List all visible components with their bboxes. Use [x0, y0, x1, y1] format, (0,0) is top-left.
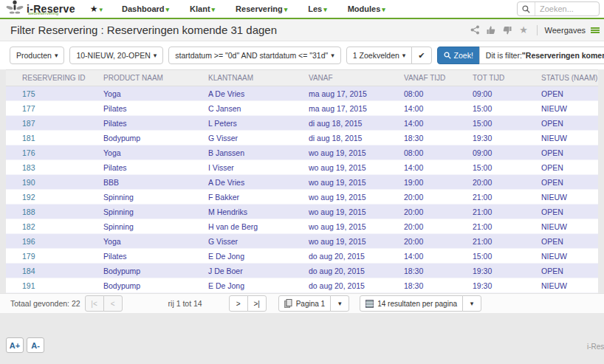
cell-vanaf: wo aug 19, 2015 — [303, 234, 398, 249]
table-row[interactable]: 176YogaB Janssenwo aug 19, 201508:0009:0… — [6, 145, 598, 160]
caret-down-icon: ▾ — [212, 6, 216, 13]
last-page-button[interactable]: >| — [247, 295, 267, 312]
cell-id[interactable]: 177 — [6, 101, 97, 116]
cell-vanaf_tijd: 19:00 — [398, 175, 467, 190]
page-select-button[interactable]: Pagina 1 — [278, 295, 331, 312]
table-row[interactable]: 182SpinningH van de Bergwo aug 19, 20152… — [6, 219, 598, 234]
cell-product: Bodypump — [97, 264, 202, 278]
header-vanaf-tijd[interactable]: VANAF TIJD — [398, 70, 467, 86]
cell-vanaf_tijd: 08:00 — [398, 86, 467, 101]
cell-id[interactable]: 176 — [6, 145, 97, 160]
page-select-caret[interactable]: ▾ — [330, 295, 349, 312]
apply-check-button[interactable]: ✔ — [411, 47, 431, 64]
cell-id[interactable]: 183 — [6, 160, 97, 175]
caret-down-icon: ▾ — [470, 300, 474, 307]
cell-id[interactable]: 181 — [6, 131, 97, 145]
menu-item-klant[interactable]: Klant▾ — [190, 4, 215, 13]
cell-id[interactable]: 188 — [6, 205, 97, 219]
prev-group: |< < — [85, 295, 123, 312]
table-row[interactable]: 190BBBA De Vrieswo aug 19, 201519:0020:0… — [6, 175, 598, 190]
zoek-button[interactable]: Zoek! — [437, 47, 480, 64]
cell-id[interactable]: 190 — [6, 175, 97, 190]
cell-status: OPEN — [535, 145, 598, 160]
weergaves-button[interactable]: Weergaves — [545, 26, 586, 35]
prev-page-button[interactable]: < — [103, 295, 123, 312]
producten-dropdown[interactable]: Producten▾ — [10, 47, 64, 64]
table-row[interactable]: 179PilatesE De Jongdo aug 20, 201514:001… — [6, 249, 598, 264]
caret-down-icon: ▾ — [402, 52, 406, 59]
cell-id[interactable]: 196 — [6, 234, 97, 249]
cell-product: Spinning — [97, 219, 202, 234]
cell-vanaf: wo aug 19, 2015 — [303, 205, 398, 219]
cell-id[interactable]: 187 — [6, 116, 97, 131]
page-select-group: Pagina 1 ▾ — [278, 295, 349, 312]
header-product-naam[interactable]: PRODUCT NAAM — [97, 70, 202, 86]
next-page-button[interactable]: > — [229, 295, 248, 312]
menu-item-les[interactable]: Les▾ — [308, 4, 327, 13]
reservations-tbody: 175YogaA De Vriesma aug 17, 201508:0009:… — [6, 86, 598, 293]
font-smaller-button[interactable]: A- — [27, 337, 44, 353]
table-row[interactable]: 192SpinningF Bakkerwo aug 19, 201520:002… — [6, 190, 598, 205]
table-header-row: RESERVERING ID PRODUCT NAAM KLANTNAAM VA… — [6, 70, 598, 86]
cell-id[interactable]: 182 — [6, 219, 97, 234]
current-filter-dropdown[interactable]: Dit is filter: "Reserveringen komende 31… — [479, 47, 604, 64]
per-page-caret[interactable]: ▾ — [462, 295, 481, 312]
table-row[interactable]: 196YogaG Visserwo aug 19, 201520:0021:00… — [6, 234, 598, 249]
cell-vanaf_tijd: 14:00 — [398, 249, 467, 264]
cell-id[interactable]: 179 — [6, 249, 97, 264]
status-filter-dropdown[interactable]: 10-NIEUW, 20-OPEN▾ — [69, 47, 163, 64]
thumbs-down-icon[interactable] — [502, 25, 513, 35]
table-row[interactable]: 187PilatesL Petersdi aug 18, 201514:0015… — [6, 116, 598, 131]
cell-status: NIEUW — [535, 131, 598, 145]
favorite-star-icon[interactable]: ★ — [518, 25, 529, 35]
header-status-naam[interactable]: STATUS (NAAM) — [535, 70, 598, 86]
header-reservering-id[interactable]: RESERVERING ID — [6, 70, 97, 86]
views-list-icon[interactable] — [591, 27, 600, 34]
cell-id[interactable]: 175 — [6, 86, 97, 101]
cell-product: Spinning — [97, 190, 202, 205]
cell-vanaf: do aug 20, 2015 — [303, 278, 398, 293]
table-row[interactable]: 191BodypumpE De Jongdo aug 20, 201518:30… — [6, 278, 598, 293]
date-filter-dropdown[interactable]: startdatum >= "0d" AND startdatum <= "31… — [168, 47, 340, 64]
share-icon[interactable] — [470, 25, 481, 35]
cell-tot_tijd: 19:30 — [467, 264, 535, 278]
table-row[interactable]: 181BodypumpG Visserdi aug 18, 201518:301… — [6, 131, 598, 145]
menu-item-modules[interactable]: Modules▾ — [348, 4, 385, 13]
cell-id[interactable]: 192 — [6, 190, 97, 205]
pagination-bar: Totaal gevonden: 22 |< < rij 1 tot 14 > … — [0, 293, 604, 313]
menu-item-dashboard[interactable]: Dashboard▾ — [122, 4, 169, 13]
caret-down-icon: ▾ — [284, 6, 288, 13]
cell-vanaf: wo aug 19, 2015 — [303, 190, 398, 205]
table-row[interactable]: 184BodypumpJ De Boerdo aug 20, 201518:30… — [6, 264, 598, 278]
cell-id[interactable]: 191 — [6, 278, 97, 293]
cell-klant: A De Vries — [202, 175, 303, 190]
cell-tot_tijd: 21:00 — [467, 219, 535, 234]
check-icon: ✔ — [418, 51, 425, 61]
font-larger-button[interactable]: A+ — [6, 337, 24, 353]
caret-down-icon: ▾ — [55, 52, 58, 59]
table-row[interactable]: 177PilatesC Jansenma aug 17, 201514:0015… — [6, 101, 598, 116]
table-row[interactable]: 188SpinningM Hendrikswo aug 19, 201520:0… — [6, 205, 598, 219]
cell-tot_tijd: 19:30 — [467, 278, 535, 293]
brand[interactable]: i-Reserve webreservering — [6, 0, 75, 18]
first-page-button[interactable]: |< — [85, 295, 104, 312]
total-found-label: Totaal gevonden: 22 — [10, 299, 80, 308]
zoekvelden-dropdown[interactable]: 1 Zoekvelden▾ — [346, 47, 413, 64]
header-tot-tijd[interactable]: TOT TIJD — [467, 70, 535, 86]
favorites-dropdown[interactable]: ★▾ — [90, 4, 103, 14]
header-klantnaam[interactable]: KLANTNAAM — [202, 70, 303, 86]
cell-klant: G Visser — [202, 234, 303, 249]
cell-id[interactable]: 184 — [6, 264, 97, 278]
thumbs-up-icon[interactable] — [486, 25, 497, 35]
search-icon[interactable] — [518, 2, 535, 16]
table-row[interactable]: 183PilatesI Visserwo aug 19, 201514:0015… — [6, 160, 598, 175]
menu-item-reservering[interactable]: Reservering▾ — [236, 4, 287, 13]
search-input[interactable] — [535, 4, 599, 13]
header-vanaf[interactable]: VANAF — [303, 70, 398, 86]
next-page-icon: > — [236, 300, 241, 308]
table-row[interactable]: 175YogaA De Vriesma aug 17, 201508:0009:… — [6, 86, 598, 101]
per-page-button[interactable]: 14 resultaten per pagina — [360, 295, 463, 312]
cell-status: NIEUW — [535, 219, 598, 234]
cell-klant: H van de Berg — [202, 219, 303, 234]
cell-product: Yoga — [97, 86, 202, 101]
